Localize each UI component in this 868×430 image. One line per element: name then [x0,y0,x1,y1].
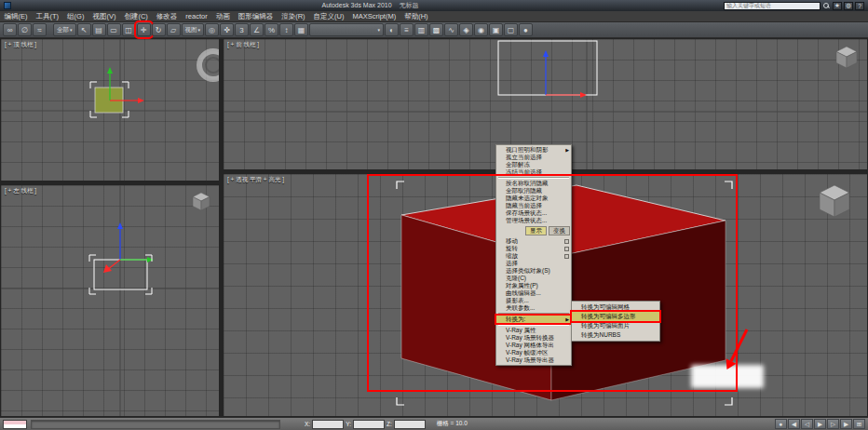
select-and-scale-icon[interactable]: ▱▾ [167,23,181,36]
rendered-frame-window-icon[interactable]: ▢▾ [504,23,518,36]
steering-wheel-control[interactable] [199,51,220,79]
submenu-item[interactable]: 转换为可编辑网格▶ [572,302,659,312]
snaps-toggle-icon[interactable]: 3▾ [235,23,249,36]
render-production-icon[interactable]: ●▾ [519,23,533,36]
menu-item[interactable]: 创建(C) [120,11,152,21]
graphite-ribbon-toggle-icon[interactable]: ▩▾ [429,23,443,36]
select-and-link-icon[interactable]: ∞▾ [3,23,17,36]
viewport-perspective-label[interactable]: [ + 透视 平滑 + 高光 ] [227,176,284,184]
quad-menu-item[interactable]: V-Ray 属性▶ [496,327,571,334]
submenu-item[interactable]: 转换为可编辑面片▶ [572,321,659,330]
help-icon[interactable]: ? [855,2,864,10]
select-and-move-icon[interactable]: ✛▾ [137,23,151,36]
quad-menu-item[interactable]: ▶ [498,313,569,315]
quad-menu-item[interactable]: 孤立当前选择▶ [496,154,571,161]
layer-manager-icon[interactable]: ▥▾ [414,23,428,36]
spinner-snap-icon[interactable]: ↕▾ [279,23,293,36]
viewport-layout-icon[interactable]: ⊞ [853,419,865,429]
render-setup-icon[interactable]: ▣▾ [489,23,503,36]
named-selection-sets-dropdown[interactable]: ▾ [309,23,384,36]
quad-menu-item[interactable]: 冻结当前选择▶ [496,168,571,176]
quad-menu-item[interactable]: V-Ray 场景导出器▶ [496,356,571,364]
quad-menu-item[interactable]: 关联参数...▶ [496,304,571,312]
viewport-top-label[interactable]: [ + 顶 线框 ] [5,41,36,49]
quad-title-display[interactable]: 显示 [525,226,547,235]
go-to-end-icon[interactable]: ▶ [840,419,852,429]
search-icon[interactable] [823,3,830,9]
quad-menu-item[interactable]: 保存场景状态...▶ [496,209,571,217]
material-editor-icon[interactable]: ◉▾ [474,23,488,36]
quad-menu-item[interactable]: 隐藏当前选择▶ [496,202,571,209]
infocenter-search-input[interactable] [724,2,821,10]
quad-menu-item[interactable]: 视口照明和阴影▶ [496,146,571,154]
quad-menu-item[interactable]: 克隆(C)▶ [496,275,571,282]
communication-center-icon[interactable]: ◍ [844,2,853,10]
quad-menu-item[interactable]: V-Ray 帧缓冲区▶ [496,349,571,356]
favorites-star-icon[interactable]: ★ [833,2,842,10]
percent-snap-icon[interactable]: %▾ [264,23,278,36]
quad-menu-item[interactable]: ▶ [498,324,569,326]
quad-menu-item[interactable]: 旋转▶ [496,245,571,252]
quad-menu-item[interactable]: 缩放▶ [496,252,571,260]
viewcube-icon[interactable] [836,47,857,68]
quad-menu-item[interactable]: 移动▶ [496,237,571,245]
quad-menu-item[interactable]: 转换为:▶ [496,316,571,323]
next-frame-icon[interactable]: ▷ [827,419,839,429]
menu-item[interactable]: 修改器 [152,11,182,21]
edit-named-selections-icon[interactable]: ▦▾ [294,23,308,36]
menu-item[interactable]: MAXScript(M) [348,11,400,21]
curve-editor-icon[interactable]: ∿▾ [444,23,458,36]
window-crossing-toggle-icon[interactable]: ◫▾ [122,23,136,36]
schematic-view-icon[interactable]: ◈▾ [459,23,473,36]
quad-menu-item[interactable]: ▶ [498,177,569,179]
menu-item[interactable]: 组(G) [63,11,88,21]
x-coordinate-field[interactable] [312,420,344,429]
z-coordinate-field[interactable] [394,420,426,429]
viewport-left[interactable]: [ + 左 线框 ] [0,184,220,417]
menu-item[interactable]: 工具(T) [32,11,63,21]
quad-menu-item[interactable]: 对象属性(P)▶ [496,282,571,289]
menu-item[interactable]: 图形编辑器 [234,11,278,21]
previous-frame-icon[interactable]: ◁ [801,419,813,429]
menu-item[interactable]: 自定义(U) [309,11,348,21]
reference-coordinate-dropdown[interactable]: 视图▾ [182,23,205,36]
align-icon[interactable]: ≡▾ [400,23,414,36]
angle-snap-icon[interactable]: ∠▾ [250,23,264,36]
quad-menu-item[interactable]: 摄影表...▶ [496,297,571,304]
quad-menu-item[interactable]: 全部取消隐藏▶ [496,187,571,195]
viewcube-icon[interactable] [193,193,210,210]
submenu-item[interactable]: 转换为可编辑多边形▶ [572,312,659,321]
quad-menu-item[interactable]: 选择类似对象(S)▶ [496,267,571,275]
select-and-rotate-icon[interactable]: ↻▾ [152,23,166,36]
move-gizmo[interactable] [103,222,154,273]
select-by-name-icon[interactable]: ▤▾ [92,23,106,36]
box-object-front-view[interactable] [498,41,597,95]
viewcube-icon[interactable] [820,185,849,217]
quad-menu-item[interactable]: 隐藏未选定对象▶ [496,195,571,202]
viewport-front-label[interactable]: [ + 前 线框 ] [227,41,259,49]
quad-menu-item[interactable]: V-Ray 场景转换器▶ [496,334,571,342]
quad-menu-item[interactable]: 全部解冻▶ [496,161,571,168]
quad-menu-item[interactable]: 按名称取消隐藏▶ [496,180,571,187]
selection-filter-dropdown[interactable]: 全部▾ [53,23,76,36]
quad-menu-item[interactable]: 选择▶ [496,260,571,267]
set-key-icon[interactable]: ● [775,419,787,429]
maxscript-mini-listener[interactable] [3,420,27,429]
quad-menu-item[interactable]: 曲线编辑器...▶ [496,289,571,297]
app-icon[interactable] [4,2,11,9]
quad-menu-item[interactable]: V-Ray 网格体导出▶ [496,342,571,349]
select-object-icon[interactable]: ↖▾ [77,23,91,36]
viewport-left-label[interactable]: [ + 左 线框 ] [5,187,36,195]
quad-title-transform[interactable]: 变换 [549,226,570,235]
submenu-item[interactable]: 转换为NURBS▶ [572,330,659,340]
quad-menu-item[interactable]: 管理场景状态...▶ [496,217,571,224]
toolbar-separator[interactable]: ▾ [47,23,52,36]
menu-item[interactable]: 编辑(E) [0,11,32,21]
bind-to-space-warp-icon[interactable]: ≈▾ [33,23,47,36]
rectangular-selection-region-icon[interactable]: ▭▾ [107,23,121,36]
menu-item[interactable]: reactor [182,11,211,21]
move-gizmo[interactable] [543,50,587,98]
menu-item[interactable]: 帮助(H) [400,11,432,21]
menu-item[interactable]: 渲染(R) [278,11,309,21]
viewport-top[interactable]: [ + 顶 线框 ] [0,38,220,181]
